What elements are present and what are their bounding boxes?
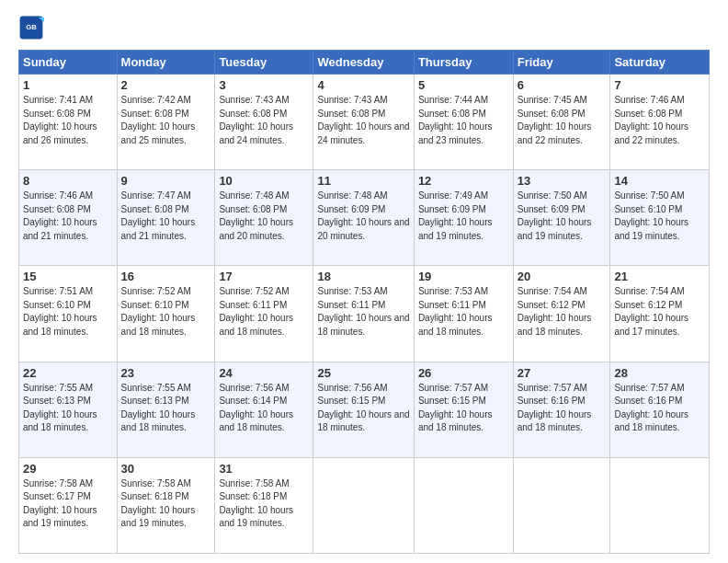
cell-day-number: 16 [121, 270, 211, 283]
cell-day-number: 28 [614, 366, 705, 380]
cell-day-number: 21 [614, 270, 705, 283]
cell-info: Sunrise: 7:56 AMSunset: 6:15 PMDaylight:… [317, 382, 409, 435]
calendar-cell: 5Sunrise: 7:44 AMSunset: 6:08 PMDaylight… [414, 75, 513, 170]
calendar-cell: 13Sunrise: 7:50 AMSunset: 6:09 PMDayligh… [513, 170, 610, 266]
week-row: 8Sunrise: 7:46 AMSunset: 6:08 PMDaylight… [19, 170, 710, 266]
cell-day-number: 30 [121, 462, 211, 476]
cell-info: Sunrise: 7:57 AMSunset: 6:15 PMDaylight:… [418, 382, 509, 435]
calendar-table: SundayMondayTuesdayWednesdayThursdayFrid… [18, 50, 710, 554]
week-row: 15Sunrise: 7:51 AMSunset: 6:10 PMDayligh… [19, 266, 710, 362]
cell-day-number: 26 [418, 366, 509, 380]
cell-day-number: 24 [219, 366, 309, 380]
cell-info: Sunrise: 7:50 AMSunset: 6:09 PMDaylight:… [518, 190, 607, 243]
cell-day-number: 2 [121, 78, 211, 92]
cell-day-number: 31 [219, 462, 309, 476]
cell-day-number: 9 [121, 174, 211, 188]
cell-info: Sunrise: 7:55 AMSunset: 6:13 PMDaylight:… [121, 382, 211, 435]
cell-info: Sunrise: 7:43 AMSunset: 6:08 PMDaylight:… [219, 94, 309, 147]
cell-day-number: 12 [418, 174, 509, 188]
header: GB [18, 15, 710, 40]
cell-info: Sunrise: 7:58 AMSunset: 6:17 PMDaylight:… [23, 477, 113, 531]
logo: GB [18, 15, 46, 40]
cell-info: Sunrise: 7:53 AMSunset: 6:11 PMDaylight:… [317, 285, 409, 339]
cell-info: Sunrise: 7:41 AMSunset: 6:08 PMDaylight:… [23, 94, 113, 147]
calendar-cell: 22Sunrise: 7:55 AMSunset: 6:13 PMDayligh… [19, 362, 118, 457]
cell-day-number: 8 [23, 174, 113, 188]
cell-info: Sunrise: 7:46 AMSunset: 6:08 PMDaylight:… [23, 190, 113, 243]
calendar-cell: 7Sunrise: 7:46 AMSunset: 6:08 PMDaylight… [610, 75, 710, 170]
cell-info: Sunrise: 7:46 AMSunset: 6:08 PMDaylight:… [614, 94, 705, 147]
calendar-cell: 8Sunrise: 7:46 AMSunset: 6:08 PMDaylight… [19, 170, 118, 266]
weekday-header-friday: Friday [513, 51, 610, 75]
cell-info: Sunrise: 7:52 AMSunset: 6:10 PMDaylight:… [121, 285, 211, 339]
cell-info: Sunrise: 7:53 AMSunset: 6:11 PMDaylight:… [418, 285, 509, 339]
page: GB SundayMondayTuesdayWednesdayThursdayF… [0, 0, 728, 563]
cell-day-number: 29 [23, 462, 113, 476]
calendar-cell: 19Sunrise: 7:53 AMSunset: 6:11 PMDayligh… [414, 266, 513, 362]
cell-day-number: 25 [317, 366, 409, 380]
calendar-cell: 23Sunrise: 7:55 AMSunset: 6:13 PMDayligh… [117, 362, 215, 457]
calendar-cell: 31Sunrise: 7:58 AMSunset: 6:18 PMDayligh… [215, 457, 313, 553]
week-row: 22Sunrise: 7:55 AMSunset: 6:13 PMDayligh… [19, 362, 710, 457]
calendar-cell: 18Sunrise: 7:53 AMSunset: 6:11 PMDayligh… [313, 266, 414, 362]
cell-day-number: 20 [518, 270, 607, 283]
cell-day-number: 3 [219, 78, 309, 92]
cell-info: Sunrise: 7:42 AMSunset: 6:08 PMDaylight:… [121, 94, 211, 147]
calendar-cell: 4Sunrise: 7:43 AMSunset: 6:08 PMDaylight… [313, 75, 414, 170]
calendar-cell: 25Sunrise: 7:56 AMSunset: 6:15 PMDayligh… [313, 362, 414, 457]
weekday-header-sunday: Sunday [19, 51, 118, 75]
week-row: 29Sunrise: 7:58 AMSunset: 6:17 PMDayligh… [19, 457, 710, 553]
cell-day-number: 27 [518, 366, 607, 380]
cell-day-number: 23 [121, 366, 211, 380]
cell-info: Sunrise: 7:52 AMSunset: 6:11 PMDaylight:… [219, 285, 309, 339]
calendar-cell [610, 457, 710, 553]
calendar-cell: 11Sunrise: 7:48 AMSunset: 6:09 PMDayligh… [313, 170, 414, 266]
cell-info: Sunrise: 7:43 AMSunset: 6:08 PMDaylight:… [317, 94, 409, 147]
calendar-cell [414, 457, 513, 553]
cell-day-number: 22 [23, 366, 113, 380]
cell-info: Sunrise: 7:50 AMSunset: 6:10 PMDaylight:… [614, 190, 705, 243]
calendar-cell: 16Sunrise: 7:52 AMSunset: 6:10 PMDayligh… [117, 266, 215, 362]
calendar-cell: 15Sunrise: 7:51 AMSunset: 6:10 PMDayligh… [19, 266, 118, 362]
cell-info: Sunrise: 7:56 AMSunset: 6:14 PMDaylight:… [219, 382, 309, 435]
calendar-cell: 29Sunrise: 7:58 AMSunset: 6:17 PMDayligh… [19, 457, 118, 553]
calendar-cell: 14Sunrise: 7:50 AMSunset: 6:10 PMDayligh… [610, 170, 710, 266]
calendar-cell: 12Sunrise: 7:49 AMSunset: 6:09 PMDayligh… [414, 170, 513, 266]
cell-info: Sunrise: 7:48 AMSunset: 6:08 PMDaylight:… [219, 190, 309, 243]
cell-day-number: 19 [418, 270, 509, 283]
cell-day-number: 11 [317, 174, 409, 188]
weekday-row: SundayMondayTuesdayWednesdayThursdayFrid… [19, 51, 710, 75]
svg-text:GB: GB [26, 23, 37, 31]
calendar-cell: 6Sunrise: 7:45 AMSunset: 6:08 PMDaylight… [513, 75, 610, 170]
cell-info: Sunrise: 7:51 AMSunset: 6:10 PMDaylight:… [23, 285, 113, 339]
cell-day-number: 13 [518, 174, 607, 188]
calendar-cell: 30Sunrise: 7:58 AMSunset: 6:18 PMDayligh… [117, 457, 215, 553]
cell-day-number: 6 [518, 78, 607, 92]
calendar-cell: 21Sunrise: 7:54 AMSunset: 6:12 PMDayligh… [610, 266, 710, 362]
weekday-header-saturday: Saturday [610, 51, 710, 75]
calendar-cell [313, 457, 414, 553]
cell-info: Sunrise: 7:57 AMSunset: 6:16 PMDaylight:… [518, 382, 607, 435]
cell-day-number: 17 [219, 270, 309, 283]
calendar-cell: 2Sunrise: 7:42 AMSunset: 6:08 PMDaylight… [117, 75, 215, 170]
calendar-body: 1Sunrise: 7:41 AMSunset: 6:08 PMDaylight… [19, 75, 710, 554]
calendar-cell: 9Sunrise: 7:47 AMSunset: 6:08 PMDaylight… [117, 170, 215, 266]
cell-info: Sunrise: 7:47 AMSunset: 6:08 PMDaylight:… [121, 190, 211, 243]
calendar-cell [513, 457, 610, 553]
cell-info: Sunrise: 7:44 AMSunset: 6:08 PMDaylight:… [418, 94, 509, 147]
weekday-header-wednesday: Wednesday [313, 51, 414, 75]
cell-day-number: 14 [614, 174, 705, 188]
cell-info: Sunrise: 7:54 AMSunset: 6:12 PMDaylight:… [518, 285, 607, 339]
cell-info: Sunrise: 7:58 AMSunset: 6:18 PMDaylight:… [219, 477, 309, 531]
calendar-cell: 20Sunrise: 7:54 AMSunset: 6:12 PMDayligh… [513, 266, 610, 362]
cell-day-number: 10 [219, 174, 309, 188]
weekday-header-thursday: Thursday [414, 51, 513, 75]
calendar-cell: 10Sunrise: 7:48 AMSunset: 6:08 PMDayligh… [215, 170, 313, 266]
calendar-cell: 26Sunrise: 7:57 AMSunset: 6:15 PMDayligh… [414, 362, 513, 457]
cell-day-number: 7 [614, 78, 705, 92]
cell-info: Sunrise: 7:58 AMSunset: 6:18 PMDaylight:… [121, 477, 211, 531]
calendar-cell: 27Sunrise: 7:57 AMSunset: 6:16 PMDayligh… [513, 362, 610, 457]
calendar-cell: 17Sunrise: 7:52 AMSunset: 6:11 PMDayligh… [215, 266, 313, 362]
calendar-cell: 1Sunrise: 7:41 AMSunset: 6:08 PMDaylight… [19, 75, 118, 170]
weekday-header-monday: Monday [117, 51, 215, 75]
